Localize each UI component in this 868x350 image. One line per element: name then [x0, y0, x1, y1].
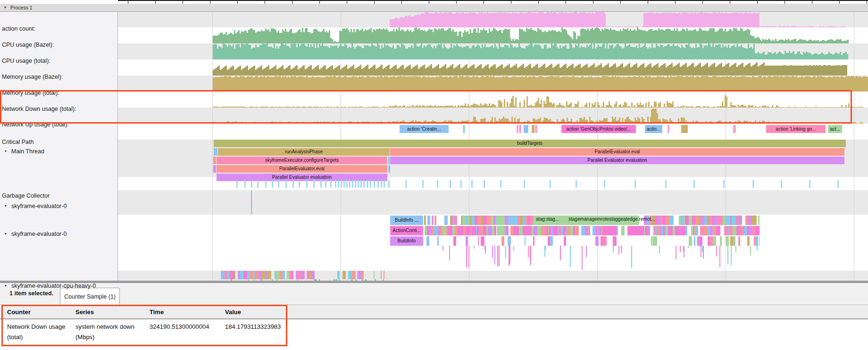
evaluator-slice[interactable]	[497, 226, 505, 235]
main-thread-slice[interactable]	[214, 148, 217, 156]
main-thread-slice[interactable]	[388, 157, 390, 164]
gc-tick[interactable]	[320, 180, 322, 188]
gc-tick[interactable]	[338, 180, 339, 188]
flame-slice[interactable]	[718, 226, 720, 235]
gc-tick[interactable]	[422, 180, 424, 188]
expander-arrow-icon[interactable]: ▾	[5, 232, 7, 236]
critical-path-slice[interactable]	[532, 125, 534, 133]
gc-tick[interactable]	[377, 180, 379, 188]
flame-slice[interactable]	[488, 216, 491, 225]
process-header[interactable]: ▾ Process 1	[0, 4, 868, 12]
flame-slice[interactable]	[729, 226, 733, 235]
flame-slice[interactable]	[442, 226, 446, 235]
gc-tick[interactable]	[325, 180, 326, 188]
flame-slice[interactable]	[667, 216, 670, 225]
flame-slice[interactable]	[519, 226, 523, 235]
main-thread-slice[interactable]	[213, 157, 216, 164]
flame-slice[interactable]	[648, 226, 650, 235]
flame-slice[interactable]	[505, 216, 508, 225]
flame-slice[interactable]	[337, 271, 340, 279]
flame-slice[interactable]	[759, 236, 760, 246]
flame-slice[interactable]	[454, 216, 457, 225]
evaluator-slice[interactable]: BuildInfo ...	[390, 216, 423, 225]
flame-slice[interactable]	[700, 236, 702, 246]
gc-tick[interactable]	[349, 180, 351, 188]
expander-arrow-icon[interactable]: ▾	[5, 283, 7, 288]
gc-tick[interactable]	[450, 180, 451, 188]
critical-path-slice[interactable]: actio...	[645, 125, 662, 133]
sidebar-item-skyframe-evaluator-cpu-heavy-0[interactable]: skyframe-evaluator-cpu-heavy-0	[11, 282, 96, 290]
flame-slice[interactable]	[703, 226, 707, 235]
gc-tick[interactable]	[634, 180, 636, 188]
flame-slice[interactable]	[472, 226, 476, 235]
gc-tick[interactable]	[388, 180, 390, 188]
critical-path-slice[interactable]: action 'GenObjcProtos video/...	[561, 125, 636, 133]
tab-counter-sample[interactable]: Counter Sample (1)	[60, 288, 120, 305]
critical-path-slice[interactable]: action 'Linking go...	[766, 125, 826, 133]
critical-path-slice[interactable]: action 'Creatin...	[400, 125, 449, 133]
evaluator-slice[interactable]	[631, 226, 644, 235]
evaluator-slice[interactable]	[652, 236, 657, 246]
flame-slice[interactable]	[453, 236, 456, 246]
sidebar-item-main-thread[interactable]: Main Thread	[11, 148, 44, 155]
flame-slice[interactable]	[670, 216, 674, 225]
flame-slice[interactable]	[585, 226, 588, 235]
flame-slice[interactable]	[525, 236, 526, 246]
evaluator-slice[interactable]	[424, 216, 426, 225]
flame-slice[interactable]	[361, 271, 364, 279]
gc-tick[interactable]	[437, 180, 438, 188]
gc-tick[interactable]	[244, 180, 246, 188]
flame-slice[interactable]	[732, 216, 735, 225]
main-thread-slice[interactable]: ParallelEvaluator.eval	[390, 148, 844, 156]
flame-slice[interactable]	[717, 216, 721, 225]
flame-slice[interactable]	[564, 236, 566, 246]
evaluator-slice[interactable]	[651, 236, 652, 246]
flame-slice[interactable]	[758, 216, 760, 225]
main-thread-slice[interactable]: ParallelEvaluator.eval	[217, 165, 387, 173]
gc-tick[interactable]	[837, 180, 839, 188]
flame-slice[interactable]	[533, 236, 534, 246]
flame-slice[interactable]	[444, 216, 448, 225]
gc-tick[interactable]	[604, 180, 605, 188]
flame-slice[interactable]	[748, 216, 752, 225]
flame-slice[interactable]	[255, 271, 259, 279]
flame-slice[interactable]	[726, 236, 729, 246]
gc-tick[interactable]	[257, 180, 259, 188]
flame-slice[interactable]	[598, 226, 601, 235]
flame-slice[interactable]	[713, 236, 716, 246]
gc-tick[interactable]	[292, 180, 294, 188]
flame-slice[interactable]	[283, 271, 285, 279]
flame-slice[interactable]	[495, 216, 496, 225]
critical-path-slice[interactable]	[524, 125, 528, 133]
gc-tick[interactable]	[384, 180, 385, 188]
flame-slice[interactable]	[682, 226, 685, 235]
gc-tick[interactable]	[363, 180, 365, 188]
flame-slice[interactable]	[384, 271, 384, 279]
gc-tick[interactable]	[335, 180, 336, 188]
gc-tick[interactable]	[405, 180, 407, 188]
evaluator-slice[interactable]	[427, 216, 430, 225]
main-thread-slice[interactable]: skyframeExecutor.configureTargets	[217, 157, 387, 164]
flame-slice[interactable]	[695, 226, 698, 235]
flame-slice[interactable]	[714, 216, 717, 225]
flame-slice[interactable]	[358, 271, 361, 279]
flame-slice[interactable]	[466, 236, 468, 246]
flame-slice[interactable]	[531, 216, 533, 225]
flame-slice[interactable]	[685, 216, 689, 225]
gc-tick[interactable]	[693, 180, 695, 188]
main-thread-slice[interactable]	[388, 165, 390, 173]
evaluator-slice[interactable]: ActionConti...	[390, 226, 423, 235]
flame-slice[interactable]	[740, 216, 742, 225]
flame-slice[interactable]	[609, 226, 612, 235]
sidebar-item-skyframe-evaluator-0-a[interactable]: skyframe-evaluator-0	[11, 202, 67, 210]
flame-slice[interactable]	[477, 216, 481, 225]
gc-tick[interactable]	[576, 180, 577, 188]
flame-slice[interactable]	[460, 226, 463, 235]
flame-slice[interactable]	[483, 226, 486, 235]
gc-tick[interactable]	[272, 180, 273, 188]
flame-slice[interactable]	[595, 236, 599, 246]
flame-slice[interactable]	[243, 271, 247, 279]
flame-slice[interactable]	[701, 216, 704, 225]
gc-tick[interactable]	[265, 180, 267, 188]
gc-tick[interactable]	[330, 180, 332, 188]
